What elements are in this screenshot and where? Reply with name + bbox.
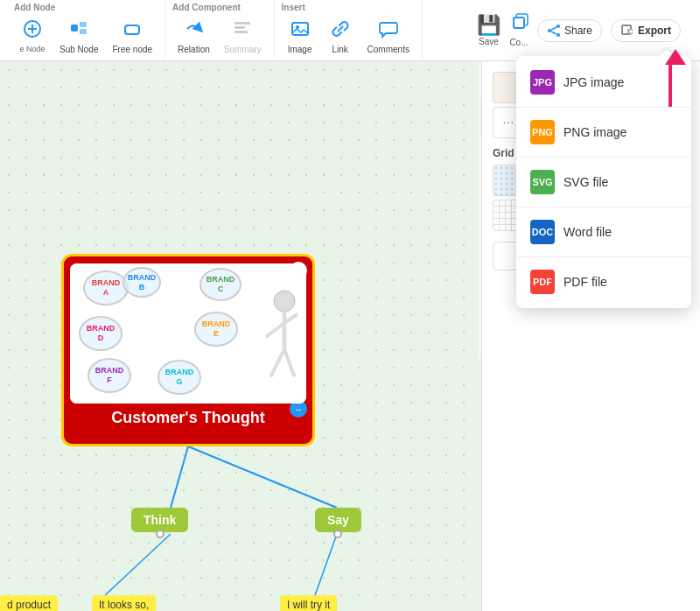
export-svg-item[interactable]: SVG SVG file [516,161,691,203]
svg-rect-6 [125,25,139,34]
canvas-area[interactable]: ✕ ↔ BRAND A BRAND B BRAND C BRAND [0,61,479,611]
svg-point-25 [274,291,295,312]
export-button[interactable]: Export [611,19,681,42]
share-button[interactable]: Share [537,19,602,42]
add-node-group: Add Node e Node Sub Node Free node [7,0,165,61]
bottom-node-looks[interactable]: It looks so, [92,595,156,611]
main-node[interactable]: ✕ ↔ BRAND A BRAND B BRAND C BRAND [61,254,315,446]
free-node-button[interactable]: Free node [107,16,158,58]
svg-rect-4 [80,22,87,27]
add-node-icon [23,19,42,43]
add-node-button[interactable]: e Node [14,16,51,58]
divider-1 [516,107,691,108]
divider-3 [516,207,691,207]
svg-rect-3 [71,25,78,32]
svg-line-21 [171,446,188,508]
svg-rect-10 [292,23,308,35]
add-node-title: Add Node [14,3,55,12]
image-button[interactable]: Image [282,16,318,58]
share-icon [547,24,561,38]
say-node-label: Say [327,513,349,527]
pdf-label: PDF file [564,275,607,289]
add-component-title: Add Component [172,3,241,12]
summary-label: Summary [224,45,262,54]
say-node[interactable]: Say [315,508,361,532]
svg-line-22 [188,446,337,508]
relation-icon [184,19,203,43]
svg-point-13 [556,25,560,28]
svg-rect-9 [234,31,248,33]
comments-button[interactable]: Comments [362,16,415,58]
save-button[interactable]: 💾 Save [477,14,500,46]
stick-figure [254,272,298,399]
think-node-label: Think [144,513,176,527]
relation-label: Relation [178,45,210,54]
summary-button[interactable]: Summary [219,16,267,58]
relation-button[interactable]: Relation [172,16,215,58]
brand-d-bubble: BRAND D [79,316,122,351]
toolbar: Add Node e Node Sub Node Free node [0,0,700,61]
save-label: Save [479,37,499,46]
svg-label: SVG file [564,175,608,189]
svg-rect-12 [514,18,524,28]
svg-line-16 [551,27,556,30]
png-label: PNG image [564,125,626,139]
svg-icon: SVG [530,170,555,194]
save-icon: 💾 [477,14,500,37]
svg-line-27 [267,323,284,336]
word-icon: DOC [530,220,555,244]
brand-e-bubble: BRAND E [194,312,238,347]
svg-line-29 [271,349,284,376]
link-label: Link [332,45,347,54]
copy-label: Co... [509,38,528,47]
add-component-group: Add Component Relation Summary [165,0,275,61]
export-jpg-item[interactable]: JPG JPG image [516,61,691,103]
main-node-label: Customer's Thought [111,409,264,427]
comments-label: Comments [368,45,410,54]
svg-rect-7 [234,22,250,25]
think-dot [156,530,164,538]
image-label: Image [288,45,312,54]
insert-group: Insert Image Link Comments [275,0,423,61]
export-pdf-item[interactable]: PDF PDF file [516,261,691,303]
link-icon [331,19,350,43]
sub-node-icon [69,19,88,43]
export-png-item[interactable]: PNG PNG image [516,111,691,153]
main-node-image: BRAND A BRAND B BRAND C BRAND D BRAND [70,263,306,404]
export-label: Export [638,25,671,37]
say-dot [333,530,342,538]
svg-rect-8 [234,26,245,29]
brand-c-bubble: BRAND C [200,268,242,301]
brand-a-bubble: BRAND A [83,270,129,306]
sub-node-button[interactable]: Sub Node [54,16,103,58]
brand-b-bubble: BRAND B [122,267,161,298]
svg-line-24 [315,534,337,595]
pdf-icon: PDF [530,270,555,294]
link-button[interactable]: Link [322,16,359,58]
free-node-icon [122,19,142,43]
free-node-label: Free node [112,45,152,54]
add-node-label: e Node [19,45,45,53]
brand-f-bubble: BRAND F [88,358,131,393]
svg-rect-5 [80,29,87,34]
svg-line-17 [551,32,556,34]
export-icon [620,24,634,38]
export-word-item[interactable]: DOC Word file [516,211,691,253]
think-node[interactable]: Think [131,508,188,532]
divider-4 [516,256,691,257]
insert-title: Insert [282,3,305,12]
copy-button[interactable]: Co... [509,13,528,47]
bottom-node-product[interactable]: d product [0,595,58,611]
bottom-node-try[interactable]: I will try it [280,595,337,611]
svg-point-14 [556,33,560,37]
svg-line-23 [105,534,171,595]
word-label: Word file [564,225,612,239]
bottom-node-try-label: I will try it [287,599,330,611]
brand-g-bubble: BRAND G [158,360,201,395]
image-icon [290,19,310,43]
export-dropdown: JPG JPG image PNG PNG image SVG SVG file… [516,56,691,308]
share-label: Share [564,25,592,37]
divider-2 [516,157,691,158]
comments-icon [379,19,398,43]
jpg-label: JPG image [564,75,624,89]
